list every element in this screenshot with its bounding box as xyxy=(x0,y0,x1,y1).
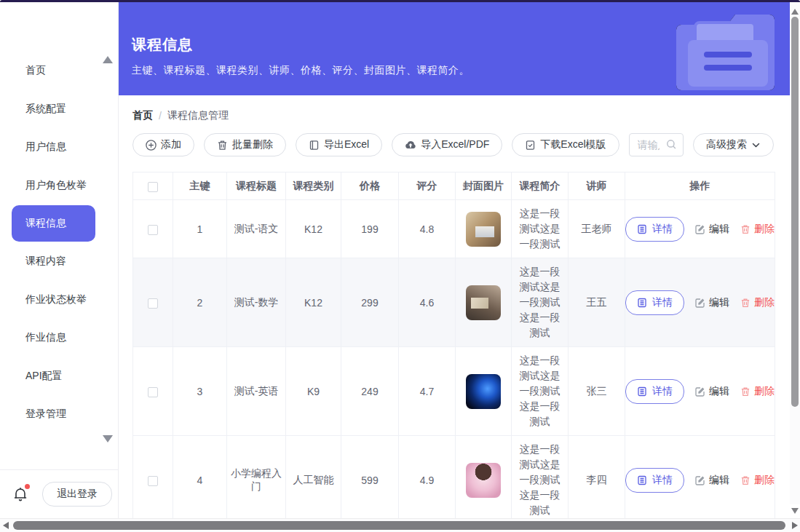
horizontal-scrollbar[interactable] xyxy=(0,518,800,532)
sidebar-item-登录管理[interactable]: 登录管理 xyxy=(0,395,118,434)
cell-teacher: 李四 xyxy=(569,436,625,519)
download-template-button[interactable]: 下载Excel模版 xyxy=(512,133,619,156)
export-doc-icon xyxy=(309,140,320,151)
table-row: 2 测试-数学 K12 299 4.6 这是一段测试这是一段测试这是一段测试 王… xyxy=(133,258,775,347)
course-table: 主键 课程标题 课程类别 价格 评分 封面图片 课程简介 讲师 操作 1 测试- xyxy=(132,172,774,518)
row-checkbox[interactable] xyxy=(148,298,158,309)
logout-button[interactable]: 退出登录 xyxy=(42,482,112,507)
breadcrumb-separator: / xyxy=(159,110,162,122)
cell-rating: 4.9 xyxy=(399,436,456,519)
export-excel-button[interactable]: 导出Excel xyxy=(296,133,382,156)
cell-teacher: 王老师 xyxy=(569,200,625,258)
folder-documents-icon xyxy=(669,9,780,91)
sidebar-item-用户信息[interactable]: 用户信息 xyxy=(0,128,118,167)
advanced-search-button[interactable]: 高级搜索 xyxy=(693,133,774,156)
detail-button[interactable]: 详情 xyxy=(625,290,684,315)
detail-doc-icon xyxy=(637,224,647,234)
sidebar-nav: 首页系统配置用户信息用户角色枚举课程信息课程内容作业状态枚举作业信息API配置登… xyxy=(0,2,118,434)
sidebar: 首页系统配置用户信息用户角色枚举课程信息课程内容作业状态枚举作业信息API配置登… xyxy=(0,2,119,518)
laptop-workspace-photo xyxy=(466,212,501,247)
cell-price: 199 xyxy=(341,200,399,258)
cell-rating: 4.7 xyxy=(399,347,456,436)
row-checkbox[interactable] xyxy=(148,225,158,235)
cell-title: 测试-语文 xyxy=(227,200,286,258)
cell-id: 2 xyxy=(173,258,227,347)
delete-button[interactable]: 删除 xyxy=(740,296,775,309)
import-excel-button[interactable]: 导入Excel/PDF xyxy=(392,133,502,156)
cell-price: 599 xyxy=(341,436,399,519)
detail-button[interactable]: 详情 xyxy=(625,217,684,242)
blue-abstract-photo xyxy=(466,374,501,409)
delete-button[interactable]: 删除 xyxy=(740,223,775,236)
course-title-search xyxy=(629,133,684,156)
sidebar-item-课程内容[interactable]: 课程内容 xyxy=(0,242,118,281)
edit-pencil-icon xyxy=(695,224,705,234)
cell-id: 1 xyxy=(173,200,227,258)
column-header-category: 课程类别 xyxy=(286,172,341,200)
edit-pencil-icon xyxy=(695,298,705,308)
column-header-id: 主键 xyxy=(173,172,227,200)
batch-delete-button[interactable]: 批量删除 xyxy=(204,133,286,156)
sidebar-item-作业状态枚举[interactable]: 作业状态枚举 xyxy=(0,281,118,319)
sidebar-scroll-up-icon[interactable] xyxy=(103,56,113,63)
sidebar-footer: 退出登录 xyxy=(0,469,118,518)
breadcrumb: 首页 / 课程信息管理 xyxy=(132,109,790,122)
vertical-scrollbar-thumb[interactable] xyxy=(791,17,799,407)
cell-teacher: 王五 xyxy=(569,258,625,347)
delete-button[interactable]: 删除 xyxy=(740,474,775,487)
edit-button[interactable]: 编辑 xyxy=(695,296,729,309)
row-checkbox[interactable] xyxy=(148,387,158,397)
page-banner: 课程信息 主键、课程标题、课程类别、讲师、价格、评分、封面图片、课程简介。 xyxy=(119,2,790,95)
cell-price: 299 xyxy=(341,258,399,347)
sidebar-scroll-down-icon[interactable] xyxy=(103,435,113,442)
sidebar-item-API配置[interactable]: API配置 xyxy=(0,357,118,396)
row-checkbox[interactable] xyxy=(148,476,158,486)
sidebar-item-作业信息[interactable]: 作业信息 xyxy=(0,319,118,357)
edit-button[interactable]: 编辑 xyxy=(695,474,729,487)
search-icon[interactable] xyxy=(666,139,677,150)
cloud-upload-icon xyxy=(405,140,416,151)
delete-trash-icon xyxy=(740,224,751,234)
cell-title: 测试-数学 xyxy=(227,258,286,347)
scrollbar-down-arrow-icon[interactable] xyxy=(791,508,799,514)
trash-icon xyxy=(217,140,228,151)
scrollbar-left-arrow-icon[interactable] xyxy=(3,522,9,529)
column-header-price: 价格 xyxy=(341,172,399,200)
cell-category: K9 xyxy=(286,347,341,436)
edit-button[interactable]: 编辑 xyxy=(695,223,729,236)
sidebar-item-用户角色枚举[interactable]: 用户角色枚举 xyxy=(0,167,118,205)
select-all-checkbox[interactable] xyxy=(148,182,158,192)
sidebar-item-系统配置[interactable]: 系统配置 xyxy=(0,90,118,129)
cell-intro: 这是一段测试这是一段测试这是一段测试 xyxy=(512,258,569,347)
bell-icon[interactable] xyxy=(12,485,29,503)
cell-rating: 4.8 xyxy=(399,200,456,258)
detail-button[interactable]: 详情 xyxy=(625,379,684,404)
breadcrumb-home[interactable]: 首页 xyxy=(132,109,153,122)
cell-intro: 这是一段测试这是一段测试这是一段测试 xyxy=(512,347,569,436)
chevron-down-icon xyxy=(751,140,761,150)
detail-doc-icon xyxy=(637,475,647,485)
cell-title: 小学编程入门 xyxy=(227,436,286,519)
cell-rating: 4.6 xyxy=(399,258,456,347)
scrollbar-right-arrow-icon[interactable] xyxy=(792,522,798,529)
cell-teacher: 张三 xyxy=(569,347,625,436)
add-button[interactable]: 添加 xyxy=(132,133,194,156)
table-row: 1 测试-语文 K12 199 4.8 这是一段测试这是一段测试 王老师 详情 … xyxy=(133,200,775,258)
vertical-scrollbar[interactable] xyxy=(790,4,800,504)
breadcrumb-current: 课程信息管理 xyxy=(167,109,229,122)
notification-dot xyxy=(25,484,30,489)
edit-button[interactable]: 编辑 xyxy=(695,385,729,398)
sidebar-item-课程信息[interactable]: 课程信息 xyxy=(12,205,95,242)
cell-category: K12 xyxy=(286,258,341,347)
cell-intro: 这是一段测试这是一段测试这是一段测试 xyxy=(512,436,569,519)
cell-title: 测试-英语 xyxy=(227,347,286,436)
delete-button[interactable]: 删除 xyxy=(740,385,775,398)
anime-girl-photo xyxy=(466,463,501,498)
table-header-row: 主键 课程标题 课程类别 价格 评分 封面图片 课程简介 讲师 操作 xyxy=(133,172,775,200)
sidebar-item-首页[interactable]: 首页 xyxy=(0,52,118,90)
toolbar: 添加 批量删除 导出Excel 导入Excel/PDF 下载Excel模版 xyxy=(132,133,774,156)
horizontal-scrollbar-thumb[interactable] xyxy=(13,521,785,530)
cell-id: 3 xyxy=(173,347,227,436)
detail-button[interactable]: 详情 xyxy=(625,468,684,493)
scrollbar-up-arrow-icon[interactable] xyxy=(791,9,799,15)
